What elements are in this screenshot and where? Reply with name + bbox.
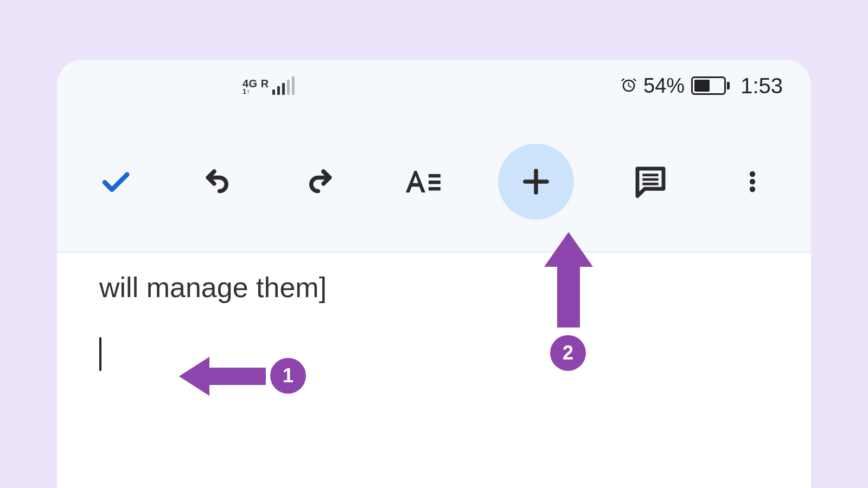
- signal-bars-icon: [272, 76, 295, 95]
- undo-button[interactable]: [192, 156, 244, 208]
- text-format-button[interactable]: [396, 156, 448, 208]
- cursor-line: [99, 337, 769, 371]
- redo-button[interactable]: [294, 156, 346, 208]
- document-text-fragment: will manage them]: [99, 271, 769, 304]
- svg-rect-3: [642, 174, 658, 176]
- editor-toolbar: [57, 112, 811, 253]
- svg-point-7: [750, 179, 755, 184]
- device-screenshot: 4G R 1↑ 54% 1:53: [57, 60, 811, 488]
- svg-rect-0: [429, 174, 441, 177]
- battery-icon: [691, 76, 730, 95]
- svg-point-8: [750, 187, 755, 192]
- network-sublabel: 1↑: [242, 88, 250, 95]
- svg-rect-2: [429, 187, 441, 190]
- text-cursor-icon: [99, 337, 101, 371]
- more-options-button[interactable]: [726, 156, 778, 208]
- svg-point-6: [750, 171, 755, 177]
- svg-rect-5: [642, 183, 658, 185]
- network-indicator: 4G R 1↑: [242, 76, 295, 95]
- svg-rect-4: [642, 178, 658, 181]
- clock-time: 1:53: [741, 74, 783, 98]
- comment-button[interactable]: [624, 156, 676, 208]
- alarm-icon: [620, 76, 638, 95]
- status-bar: 4G R 1↑ 54% 1:53: [57, 60, 811, 112]
- svg-rect-1: [429, 181, 441, 184]
- battery-percent: 54%: [643, 74, 685, 98]
- done-button[interactable]: [90, 156, 142, 208]
- insert-button[interactable]: [498, 144, 574, 220]
- document-body[interactable]: will manage them]: [57, 253, 811, 389]
